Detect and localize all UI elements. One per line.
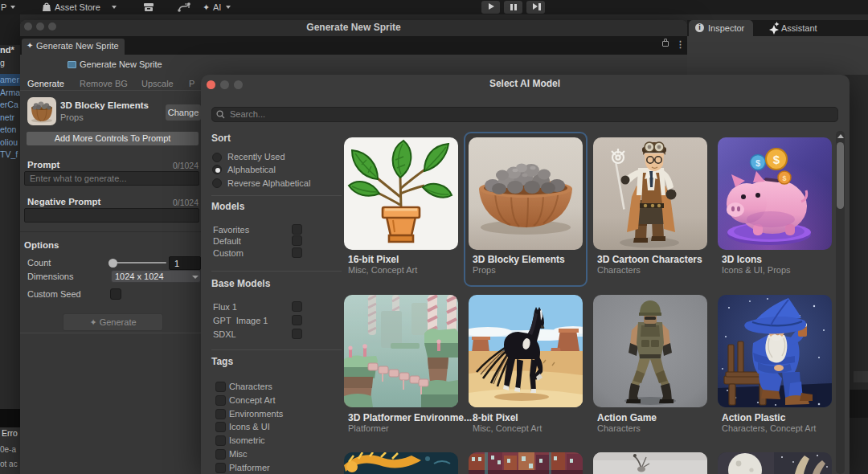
svg-text:$: $ bbox=[782, 174, 786, 182]
svg-text:$: $ bbox=[773, 153, 780, 166]
svg-text:$: $ bbox=[755, 158, 760, 168]
